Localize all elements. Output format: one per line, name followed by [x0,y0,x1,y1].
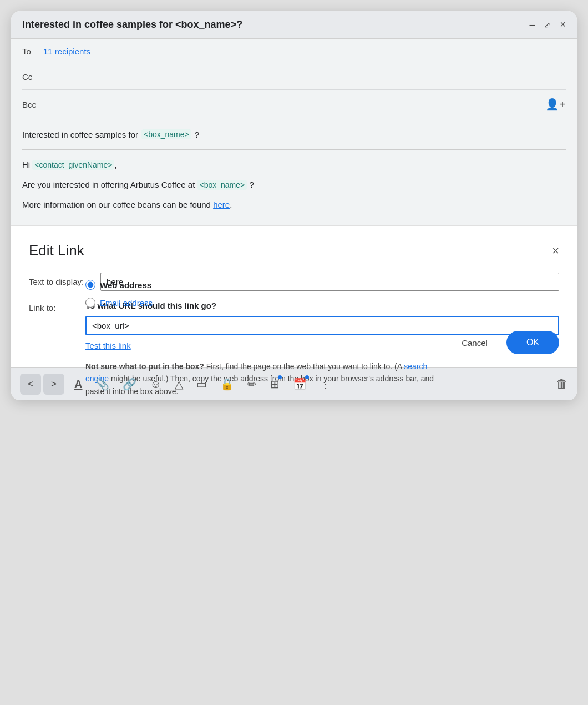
hint-text1: First, find the page on the web that you… [204,362,404,371]
dialog-title: Edit Link [29,242,84,259]
body-line2: More information on our coffee beans can… [22,198,566,212]
subject-var: <box_name> [141,129,191,139]
layout-icon[interactable]: ⊞ [267,374,283,394]
text-display-label: Text to display: [29,277,93,286]
to-value[interactable]: 11 recipients [43,47,90,56]
body-line1-var: <box_name> [197,180,247,190]
body-line2-suffix: . [230,200,232,209]
window-actions: – ⤢ × [529,19,566,31]
email-fields: To 11 recipients Cc Bcc 👤+ [11,39,577,119]
toolbar-nav: < > [20,374,64,395]
body-line1-prefix: Are you interested in offering Arbutus C… [22,180,195,189]
emoji-icon[interactable]: ☺ [146,375,164,394]
pen-icon[interactable]: ✏ [244,374,260,394]
bcc-label: Bcc [22,100,39,109]
link-icon[interactable]: 🔗 [119,374,140,394]
layout-dot [278,375,282,379]
subject-suffix: ? [195,130,199,139]
cc-label: Cc [22,72,39,82]
email-address-label[interactable]: Email address [100,298,153,308]
here-link[interactable]: here [213,200,230,209]
email-body: Interested in coffee samples for <box_na… [11,119,577,225]
body-line1: Are you interested in offering Arbutus C… [22,178,566,192]
email-address-option[interactable]: Email address [85,298,174,308]
calendar-icon[interactable]: 📅 [290,374,310,394]
minimize-button[interactable]: – [529,19,535,31]
body-line2-prefix: More information on our coffee beans can… [22,200,211,209]
expand-button[interactable]: ⤢ [544,20,551,30]
to-field-row: To 11 recipients [22,39,566,64]
subject-body-divider [22,149,566,150]
font-icon[interactable]: A [71,375,85,394]
test-link[interactable]: Test this link [85,341,131,350]
email-title: Interested in coffee samples for <box_na… [22,19,242,31]
dialog-close-button[interactable]: × [552,244,559,258]
bcc-field-row: Bcc 👤+ [22,90,566,119]
edit-link-dialog: Edit Link × Text to display: Link to: To… [11,225,577,367]
web-address-option[interactable]: Web address [85,280,174,290]
web-address-radio[interactable] [85,280,95,290]
close-button[interactable]: × [560,19,566,31]
back-button[interactable]: < [20,374,41,395]
email-subject: Interested in coffee samples for <box_na… [22,129,566,139]
triangle-icon[interactable]: △ [171,374,186,394]
cc-field-row: Cc [22,64,566,90]
subject-prefix: Interested in coffee samples for [22,130,138,139]
web-address-label: Web address [100,280,151,290]
greeting-var: <contact_givenName> [32,160,114,170]
greeting-suffix: , [114,160,116,169]
add-recipients-icon[interactable]: 👤+ [545,98,566,111]
attach-icon[interactable]: 📎 [92,374,113,394]
email-compose-header: Interested in coffee samples for <box_na… [11,11,577,39]
calendar-dot [305,375,309,379]
forward-button[interactable]: > [43,374,64,395]
image-icon[interactable]: ▭ [193,374,210,394]
more-icon[interactable]: ⋮ [317,374,334,394]
email-address-radio[interactable] [85,298,95,308]
email-body-content: Hi <contact_givenName>, Are you interest… [22,158,566,212]
lock-icon[interactable]: 🔒 [217,374,237,394]
greeting-prefix: Hi [22,160,30,169]
body-line1-suffix: ? [249,180,254,189]
dialog-header: Edit Link × [29,242,559,259]
to-label: To [22,47,39,56]
hint-bold: Not sure what to put in the box? [85,362,204,371]
greeting-line: Hi <contact_givenName>, [22,158,566,172]
